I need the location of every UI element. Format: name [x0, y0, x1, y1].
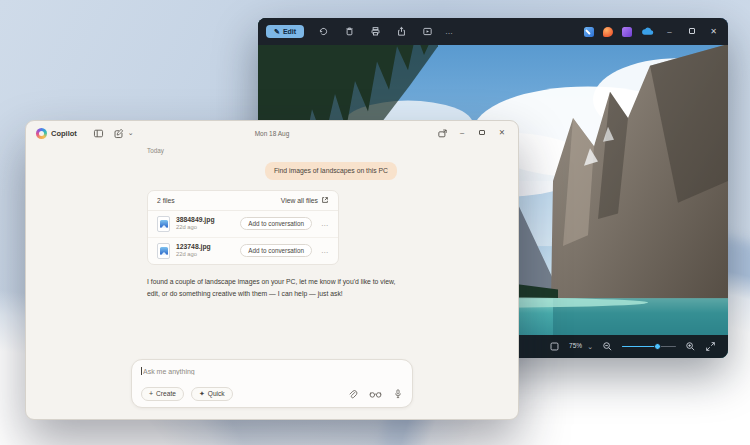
- file-name: 123748.jpg: [176, 243, 211, 251]
- delete-icon[interactable]: [344, 26, 355, 37]
- image-thumbnail: [160, 247, 168, 255]
- print-icon[interactable]: [370, 26, 381, 37]
- rotate-icon[interactable]: [318, 26, 329, 37]
- slideshow-icon[interactable]: [422, 26, 433, 37]
- zoom-level-label[interactable]: 75%: [569, 343, 582, 350]
- file-name: 3884849.jpg: [176, 216, 215, 224]
- more-options-icon[interactable]: …: [445, 28, 454, 36]
- file-row[interactable]: 123748.jpg 22d ago Add to conversation …: [148, 237, 338, 264]
- edit-button[interactable]: ✎ Edit: [266, 25, 304, 38]
- add-to-conversation-button[interactable]: Add to conversation: [240, 217, 312, 230]
- zoom-in-icon[interactable]: [685, 341, 696, 352]
- view-all-files-link[interactable]: View all files: [281, 196, 329, 204]
- composer: + Create ✦ Quick: [131, 359, 413, 408]
- copilot-titlebar: Copilot ⌄ Mon 18 Aug –: [26, 121, 518, 145]
- quick-button[interactable]: ✦ Quick: [191, 387, 233, 401]
- image-file-icon: [157, 243, 170, 259]
- chevron-down-icon[interactable]: ⌄: [128, 131, 134, 135]
- plus-icon: +: [149, 391, 153, 397]
- image-thumbnail: [160, 220, 168, 228]
- microphone-icon[interactable]: [393, 388, 403, 400]
- create-button[interactable]: + Create: [141, 387, 184, 401]
- spark-icon: ✦: [199, 391, 205, 397]
- attach-icon[interactable]: [347, 389, 358, 400]
- files-count-label: 2 files: [157, 197, 175, 204]
- chevron-down-icon[interactable]: ⌄: [587, 345, 593, 349]
- vision-glasses-icon[interactable]: [369, 389, 382, 399]
- file-more-icon[interactable]: …: [321, 249, 329, 252]
- app-name: Copilot: [51, 129, 77, 138]
- desktop: ✎ Edit: [0, 0, 750, 445]
- pen-icon: ✎: [274, 28, 280, 35]
- add-to-conversation-button[interactable]: Add to conversation: [240, 244, 312, 257]
- onedrive-icon[interactable]: [641, 27, 654, 36]
- ask-input[interactable]: [143, 368, 403, 375]
- zoom-slider-thumb[interactable]: [654, 343, 661, 350]
- file-age: 22d ago: [176, 251, 211, 258]
- close-button[interactable]: ✕: [496, 129, 508, 137]
- fullscreen-icon[interactable]: [705, 341, 716, 352]
- maximize-icon: [689, 28, 695, 34]
- plugin-flame-icon[interactable]: [603, 27, 613, 37]
- text-caret: [141, 367, 142, 375]
- files-card: 2 files View all files 3884849.jpg 22d a…: [147, 190, 339, 265]
- today-divider: Today: [147, 147, 413, 154]
- share-icon[interactable]: [396, 26, 407, 37]
- file-more-icon[interactable]: …: [321, 222, 329, 225]
- sidebar-toggle-icon[interactable]: [93, 128, 104, 139]
- copilot-logo-icon: [36, 128, 47, 139]
- file-row[interactable]: 3884849.jpg 22d ago Add to conversation …: [148, 211, 338, 237]
- assistant-message: I found a couple of landscape images on …: [147, 276, 409, 300]
- create-button-label: Create: [156, 391, 176, 398]
- file-age: 22d ago: [176, 224, 215, 231]
- maximize-icon: [479, 130, 485, 136]
- fit-to-window-icon[interactable]: [549, 341, 560, 352]
- chat-area: Today Find images of landscapes on this …: [131, 147, 413, 420]
- copilot-window: Copilot ⌄ Mon 18 Aug –: [25, 120, 519, 420]
- minimize-button[interactable]: –: [663, 28, 676, 36]
- external-link-icon: [321, 196, 329, 204]
- edit-button-label: Edit: [283, 28, 296, 35]
- clipchamp-icon[interactable]: [622, 27, 632, 37]
- close-button[interactable]: ✕: [707, 28, 720, 36]
- zoom-slider-fill: [622, 346, 657, 348]
- maximize-button[interactable]: [476, 129, 488, 137]
- image-file-icon: [157, 216, 170, 232]
- photos-titlebar: ✎ Edit: [258, 18, 728, 45]
- zoom-out-icon[interactable]: [602, 341, 613, 352]
- zoom-slider[interactable]: [622, 342, 676, 352]
- maximize-button[interactable]: [685, 28, 698, 36]
- user-message-bubble: Find images of landscapes on this PC: [265, 162, 397, 180]
- quick-button-label: Quick: [208, 391, 225, 398]
- popout-icon[interactable]: [437, 128, 448, 139]
- view-all-files-label: View all files: [281, 197, 318, 204]
- designer-icon[interactable]: [584, 27, 594, 37]
- minimize-button[interactable]: –: [456, 129, 468, 137]
- new-chat-icon[interactable]: [113, 128, 124, 139]
